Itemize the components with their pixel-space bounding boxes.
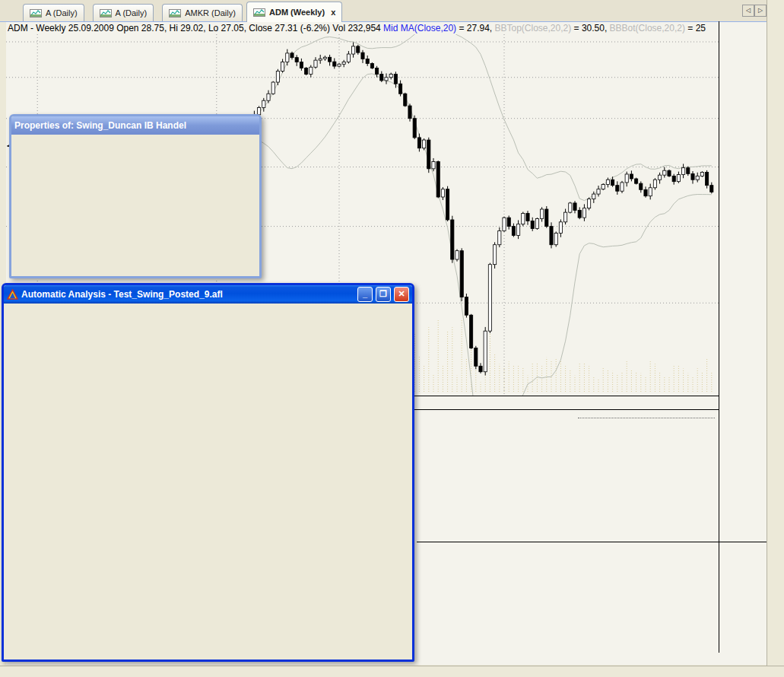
- properties-dialog-titlebar[interactable]: Properties of: Swing_Duncan IB Handel: [11, 116, 259, 135]
- tab-label: A (Daily): [116, 8, 148, 17]
- indicator-title: [417, 409, 718, 421]
- chart-title-line: ADM - Weekly 25.09.2009 Open 28.75, Hi 2…: [8, 23, 715, 35]
- aa-window-body: [4, 304, 412, 655]
- amibroker-app: { "tabbar": { "tabs": [ {"label":"A (Dai…: [0, 0, 784, 677]
- chart-thumbnail-icon: [100, 9, 112, 17]
- aa-window-title: Automatic Analysis - Test_Swing_Posted_9…: [21, 289, 354, 300]
- document-tab-amkr-daily-[interactable]: AMKR (Daily): [162, 4, 243, 21]
- aa-titlebar[interactable]: Automatic Analysis - Test_Swing_Posted_9…: [4, 285, 412, 304]
- document-tab-adm-weekly-[interactable]: ADM (Weekly)x: [246, 2, 342, 22]
- chart-title-segment: BBBot(Close,20,2): [610, 23, 685, 33]
- price-axis-separator: [719, 21, 719, 653]
- tab-scroll-left-button[interactable]: ◁: [742, 5, 754, 17]
- chart-thumbnail-icon: [169, 9, 181, 17]
- automatic-analysis-window: Automatic Analysis - Test_Swing_Posted_9…: [2, 283, 414, 662]
- close-button[interactable]: ✕: [394, 287, 409, 302]
- tab-label: ADM (Weekly): [269, 8, 325, 17]
- tab-label: A (Daily): [46, 8, 78, 17]
- tab-scroll-right-button[interactable]: ▷: [754, 5, 767, 17]
- chart-title-segment: = 27.94,: [456, 23, 494, 33]
- indicator-bottom-border: [417, 542, 767, 542]
- drawing-toolbar: [767, 0, 784, 677]
- tab-label: AMKR (Daily): [185, 8, 236, 17]
- tab-close-icon[interactable]: x: [331, 8, 335, 17]
- properties-dialog-title: Properties of: Swing_Duncan IB Handel: [14, 120, 186, 131]
- chart-title-segment: = 30.50,: [571, 23, 609, 33]
- properties-dialog: Properties of: Swing_Duncan IB Handel: [9, 114, 262, 278]
- indicator-title-leader: [578, 418, 715, 418]
- chart-thumbnail-icon: [253, 8, 265, 17]
- chart-title-segment: = 25: [685, 23, 706, 33]
- document-tab-a-daily-[interactable]: A (Daily): [23, 4, 84, 21]
- document-tab-bar: A (Daily)A (Daily)AMKR (Daily)ADM (Weekl…: [0, 0, 767, 22]
- sheet-tab-bar: [0, 666, 784, 677]
- indicator-canvas[interactable]: [417, 422, 719, 542]
- chart-thumbnail-icon: [30, 9, 42, 17]
- chart-title-segment: Mid MA(Close,20): [383, 23, 456, 33]
- chart-title-segment: BBTop(Close,20,2): [495, 23, 572, 33]
- properties-dialog-body: [11, 135, 259, 272]
- chart-title-segment: ADM - Weekly 25.09.2009 Open 28.75, Hi 2…: [8, 23, 383, 33]
- maximize-button[interactable]: ❐: [376, 287, 391, 302]
- document-tab-a-daily-[interactable]: A (Daily): [93, 4, 154, 21]
- aa-window-icon: [7, 289, 18, 300]
- minimize-button[interactable]: _: [357, 287, 373, 302]
